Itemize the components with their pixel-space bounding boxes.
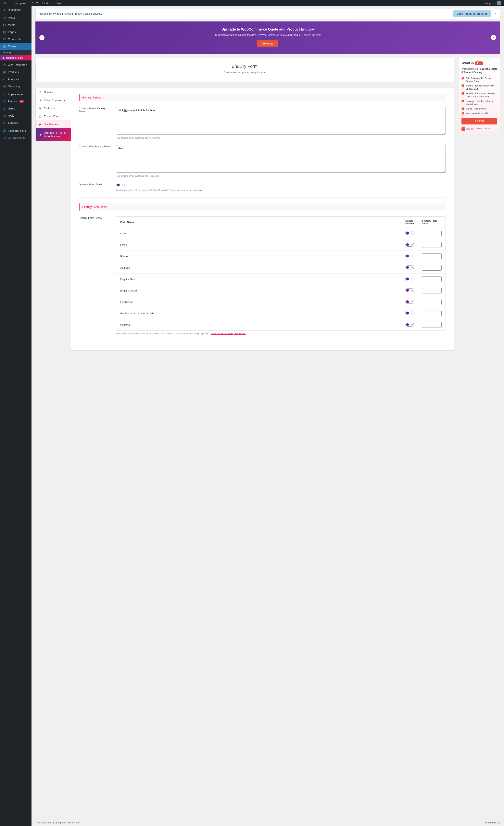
menu-plugins[interactable]: 🔌Plugins31 xyxy=(0,98,32,105)
menu-label: Pages xyxy=(8,31,16,34)
wordpress-link[interactable]: WordPress xyxy=(67,821,79,824)
tab-label: Exclusion xyxy=(44,107,55,110)
circle-icon: ◉ xyxy=(39,99,42,102)
promo-subtitle: WooCommerce Request a Quote & Product Ca… xyxy=(461,67,497,74)
menu-label: Catalog xyxy=(8,45,17,48)
submenu-label: Upgrade to pro xyxy=(6,56,23,59)
comments-link[interactable]: 🗨0 xyxy=(40,0,49,6)
menu-label: Analytics xyxy=(8,77,19,81)
submenu-settings[interactable]: Settings xyxy=(0,50,32,55)
notice-banner: Presenting New and Improved Product Cata… xyxy=(36,8,500,19)
override-title-toggle[interactable] xyxy=(116,183,125,187)
tab-live-preview[interactable]: ▶Live Preview xyxy=(36,120,71,128)
updates-link[interactable]: ⟳37 xyxy=(29,0,40,6)
my-account[interactable]: Howdy, root xyxy=(481,0,502,6)
menu-tools[interactable]: 🔧Tools xyxy=(0,112,32,119)
menu-label: Dashboard xyxy=(8,8,21,11)
menu-posts[interactable]: 📌Posts xyxy=(0,14,32,21)
menu-pages[interactable]: ▤Pages xyxy=(0,28,32,36)
table-row: Email xyxy=(116,239,446,250)
plugin-badge: 31 xyxy=(19,100,24,103)
table-row: Address xyxy=(116,262,446,273)
tab-general[interactable]: ⚙General xyxy=(36,88,71,96)
content-after-textarea[interactable]: vbvbvb xyxy=(116,145,446,173)
woo-icon: ⓦ xyxy=(2,63,6,67)
crown-icon: ◉ xyxy=(39,133,42,136)
promo-panel: WhyGo Pro WooCommerce Request a Quote & … xyxy=(459,58,500,134)
menu-products[interactable]: ◪Products xyxy=(0,68,32,76)
field-label: Content Before Enquiry From xyxy=(79,107,110,139)
row-new-name-input[interactable] xyxy=(422,322,442,328)
menu-analytics[interactable]: ⫾⫾Analytics xyxy=(0,76,32,83)
row-enable-toggle[interactable] xyxy=(405,243,414,247)
list-num-icon: 2 xyxy=(461,84,464,87)
row-new-name-input[interactable] xyxy=(422,231,442,236)
go-pro-button[interactable]: GO PRO xyxy=(461,118,497,124)
field-label: Enquiry Form Fileds xyxy=(79,217,110,335)
field-content-before: Content Before Enquiry From ttttttttjjjj… xyxy=(79,107,446,139)
new-link[interactable]: +New xyxy=(49,0,62,6)
row-enable-toggle[interactable] xyxy=(405,231,414,235)
row-new-name-input[interactable] xyxy=(422,265,442,271)
upgrade-link[interactable]: WooCommerce Catalog Enquiry Pro xyxy=(211,332,246,335)
go-to-pro-button[interactable]: Go to pro xyxy=(257,40,278,47)
howdy-text: Howdy, root xyxy=(483,2,496,5)
site-link[interactable]: ⌂wordpress1 xyxy=(8,0,29,6)
group-fields-title: Enquiry Form Fields xyxy=(79,203,446,211)
upgrade-hero: ‹ Upgrade to WooCommerce Quote and Produ… xyxy=(36,21,500,54)
row-enable-toggle[interactable] xyxy=(405,266,414,270)
row-enable-toggle[interactable] xyxy=(405,300,414,304)
menu-label: Loco Translate xyxy=(8,129,26,132)
row-enable-toggle[interactable] xyxy=(405,254,414,258)
hero-prev-button[interactable]: ‹ xyxy=(40,35,45,40)
row-new-name-input[interactable] xyxy=(422,299,442,305)
row-enable-toggle[interactable] xyxy=(405,288,414,292)
tab-exclusion[interactable]: ▣Exclusion xyxy=(36,104,71,112)
tab-button-appearance[interactable]: ◉Button Appearance xyxy=(36,96,71,104)
menu-label: Posts xyxy=(8,16,15,19)
field-content-after: Content After Enquiry From vbvbvb This c… xyxy=(79,145,446,177)
view-latest-button[interactable]: View the latest addition. xyxy=(453,10,491,17)
tab-upgrade-pro[interactable]: ◉Upgrade To Pro For More Features xyxy=(36,128,71,141)
admin-footer: Thank you for creating with WordPress. V… xyxy=(32,817,504,826)
list-text: In-built Reply System xyxy=(466,107,486,110)
menu-appearance[interactable]: ✎Appearance xyxy=(0,91,32,98)
row-field-name: File Upload xyxy=(120,301,402,303)
dismiss-notice-button[interactable]: ✕ xyxy=(493,12,497,16)
table-hint: Want to customise the form as per your n… xyxy=(116,332,446,335)
row-enable-toggle[interactable] xyxy=(405,322,414,327)
row-new-name-input[interactable] xyxy=(422,288,442,293)
promo-feature-list: 1Fully Customisable Product Enquiry Form… xyxy=(461,77,497,115)
content-before-textarea[interactable]: ttttttttjjjjjjjuuuuuutttttttthhhhhhhhnn xyxy=(116,107,446,134)
row-enable-toggle[interactable] xyxy=(405,311,414,315)
tab-label: Enquiry Form xyxy=(44,115,59,118)
tab-enquiry-form[interactable]: ▤Enquiry Form xyxy=(36,112,71,120)
row-new-name-input[interactable] xyxy=(422,242,442,248)
field-form-fields-table: Enquiry Form Fileds Field Name Enable / … xyxy=(79,217,446,335)
menu-settings[interactable]: ⚙Settings xyxy=(0,119,32,126)
menu-users[interactable]: 👤Users xyxy=(0,105,32,112)
hero-next-button[interactable]: › xyxy=(491,35,496,40)
menu-collapse[interactable]: ◀Collapse menu xyxy=(0,134,32,141)
promo-title: WhyGo Pro xyxy=(461,61,497,65)
globe-icon: 🌐 xyxy=(2,129,6,133)
row-new-name-input[interactable] xyxy=(422,253,442,259)
menu-label: Tools xyxy=(8,114,14,117)
menu-media[interactable]: 🖾Media xyxy=(0,21,32,28)
menu-loco[interactable]: 🌐Loco Translate xyxy=(0,127,32,134)
admin-menu: ◈Dashboard 📌Posts 🖾Media ▤Pages 🗨Comment… xyxy=(0,6,32,826)
list-text: Customize Catalog Button to Match theme xyxy=(466,100,497,106)
table-row: Enquiry About xyxy=(116,273,446,285)
row-new-name-input[interactable] xyxy=(422,310,442,316)
menu-label: Media xyxy=(8,23,15,26)
menu-catalog[interactable]: ◎Catalog xyxy=(0,43,32,50)
menu-dashboard[interactable]: ◈Dashboard xyxy=(0,6,32,13)
submenu-upgrade[interactable]: ◉Upgrade to pro xyxy=(0,55,32,60)
menu-comments[interactable]: 🗨Comments xyxy=(0,36,32,43)
row-new-name-input[interactable] xyxy=(422,276,442,282)
wp-logo[interactable]: ⓦ xyxy=(2,0,8,6)
row-enable-toggle[interactable] xyxy=(405,277,414,281)
chart-icon: ⫾⫾ xyxy=(2,77,6,81)
menu-woocommerce[interactable]: ⓦWooCommerce xyxy=(0,61,32,68)
menu-marketing[interactable]: 📣Marketing xyxy=(0,83,32,90)
